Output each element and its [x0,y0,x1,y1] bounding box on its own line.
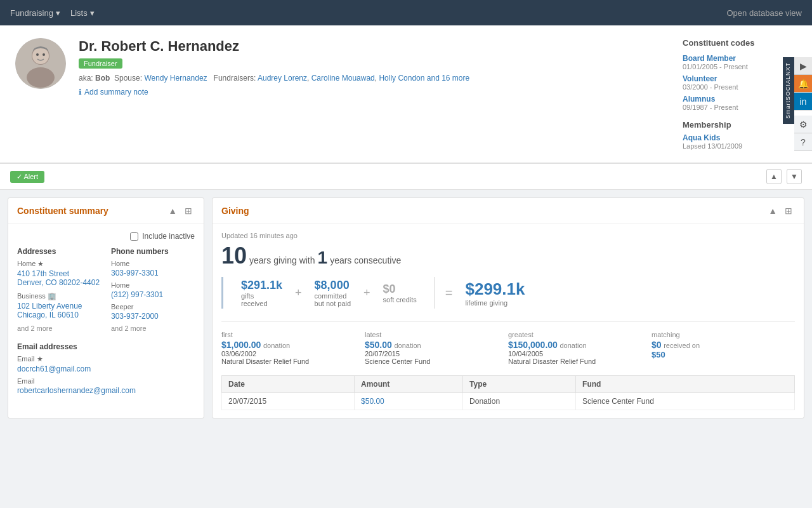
address-home-line2: Denver, CO 80202-4402 [17,278,101,287]
donation-latest: latest $50.00 donation 20/07/2015 Scienc… [365,331,508,365]
stat-gifts: $291.1k gifts received [231,279,292,307]
phones-title: Phone numbers [111,247,195,256]
add-note-button[interactable]: ℹ Add summary note [79,88,657,97]
cs-collapse-btn[interactable]: ▲ [166,204,180,217]
cs-grid-btn[interactable]: ⊞ [182,204,195,217]
address-business: Business 🏢 102 Liberty Avenue Chicago, I… [17,292,101,319]
constituent-summary-header: Constituent summary ▲ ⊞ [8,198,204,224]
latest-fund: Science Center Fund [365,358,501,365]
years-giving-number: 10 [221,244,247,267]
giving-table: Date Amount Type Fund 20/07/2015 $50.00 … [221,375,795,410]
stat-committed: $8,000 committed but not paid [304,279,362,307]
latest-label: latest [365,331,501,338]
phone-beeper: Beeper 303-937-2000 [111,303,195,321]
smart-social-nxt[interactable]: SmartSOCIALNXT [783,57,794,124]
collapse-button[interactable]: ▲ [766,169,782,184]
phone-home-2: Home (312) 997-3301 [111,281,195,299]
fundraising-menu[interactable]: Fundraising ▾ [10,8,60,18]
email-1-address[interactable]: docrch61@gmail.com [17,364,195,373]
plus-2: + [361,286,373,300]
giving-grid-btn[interactable]: ⊞ [782,204,795,217]
cell-date: 20/07/2015 [222,393,355,410]
greatest-amount: $150,000.00 [508,340,558,350]
constituent-summary-title: Constituent summary [17,206,108,216]
fundraiser-audrey[interactable]: Audrey Lorenz [258,74,307,83]
open-db-label: Open database view [726,8,802,18]
phone-home-1-number[interactable]: 303-997-3301 [111,269,195,277]
right-sidebar: ▶ 🔔 in ⚙ ? [794,57,812,151]
linkedin-icon[interactable]: in [794,93,812,110]
addresses-section: Addresses Home ★ 410 17th Street Denver,… [17,247,101,332]
alert-badge[interactable]: ✓ Alert [10,171,44,183]
svg-point-4 [36,53,39,56]
latest-date: 20/07/2015 [365,350,501,358]
giving-panel: Giving ▲ ⊞ Updated 16 minutes ago 10 yea… [212,197,804,418]
constituent-codes: Constituent codes Board Member 01/01/200… [670,38,797,150]
years-consecutive-number: 1 [318,248,328,268]
first-amount: $1,000.00 [221,340,261,350]
address-home-line1[interactable]: 410 17th Street [17,269,101,278]
donation-first: first $1,000.00 donation 03/06/2002 Natu… [221,331,365,365]
emails-title: Email addresses [17,342,195,351]
giving-updated: Updated 16 minutes ago [221,232,795,239]
stat-divider [435,277,435,309]
plus-1: + [292,286,304,300]
matching-label: matching [652,331,787,338]
profile-meta: aka: Bob Spouse: Wendy Hernandez Fundrai… [79,74,657,83]
donation-greatest: greatest $150,000.00 donation 10/04/2005… [508,331,652,365]
fundraisers-more[interactable]: and 16 more [427,74,469,83]
spouse-link[interactable]: Wendy Hernandez [144,74,207,83]
table-row[interactable]: 20/07/2015 $50.00 Donation Science Cente… [222,393,795,410]
committed-sublabel: but not paid [315,300,351,307]
email-1: Email ★ docrch61@gmail.com [17,355,195,373]
address-business-line1[interactable]: 102 Liberty Avenue [17,302,101,311]
committed-amount: $8,000 [315,279,351,292]
total-amount: $299.1k [465,279,525,299]
include-inactive-label[interactable]: Include inactive [142,232,195,241]
fundraisers-label: Fundraisers: [214,74,256,83]
alert-bar-controls: ▲ ▼ [766,169,802,184]
collapse-panel-icon[interactable]: ▶ [794,57,812,75]
latest-amount: $50.00 [365,340,392,350]
addresses-more[interactable]: and 2 more [17,324,101,332]
fundraiser-holly[interactable]: Holly Condon [379,74,424,83]
phone-beeper-number[interactable]: 303-937-2000 [111,312,195,321]
phones-more[interactable]: and 2 more [111,324,195,332]
topbar: Fundraising ▾ Lists ▾ Open database view [0,0,812,25]
membership-title: Membership [683,120,784,130]
col-fund: Fund [576,376,795,393]
add-note-icon: ℹ [79,88,82,97]
notification-icon[interactable]: 🔔 [794,75,812,93]
membership-aqua-kids: Aqua Kids Lapsed 13/01/2009 [683,133,784,150]
matching-amount: $0 [652,340,662,350]
aka-name: Bob [95,74,110,83]
open-db-view[interactable]: Open database view [726,8,802,18]
svg-point-5 [43,53,45,56]
addresses-title: Addresses [17,247,101,256]
donation-matching: matching $0 received on $50 [652,331,795,365]
col-type: Type [463,376,576,393]
lists-menu[interactable]: Lists ▾ [70,8,95,18]
settings-icon[interactable]: ⚙ [794,116,812,133]
total-label: lifetime giving [465,299,525,307]
matching-on: $50 [652,350,787,359]
phone-home-2-number[interactable]: (312) 997-3301 [111,290,195,299]
profile-info: Dr. Robert C. Hernandez Fundraiser aka: … [79,38,657,150]
giving-years-row: 10 years giving with 1 years consecutive [221,244,795,268]
help-icon[interactable]: ? [794,133,812,151]
committed-label: committed [315,292,351,300]
soft-credits-label: soft credits [383,296,417,304]
giving-collapse-btn[interactable]: ▲ [766,204,780,217]
first-fund: Natural Disaster Relief Fund [221,358,357,365]
include-inactive-checkbox[interactable] [130,232,138,241]
constituent-summary-body: Include inactive Addresses Home ★ 410 17… [8,224,204,413]
email-2-address[interactable]: robertcarloshernandez@gmail.com [17,386,195,395]
fundraiser-caroline[interactable]: Caroline Mouawad [311,74,375,83]
profile-name: Dr. Robert C. Hernandez [79,38,657,55]
gifts-amount: $291.1k [241,279,282,292]
svg-point-3 [32,48,49,64]
expand-button[interactable]: ▼ [787,169,802,184]
first-label: first [221,331,357,338]
emails-section: Email addresses Email ★ docrch61@gmail.c… [17,342,195,395]
topbar-nav: Fundraising ▾ Lists ▾ [10,8,95,18]
